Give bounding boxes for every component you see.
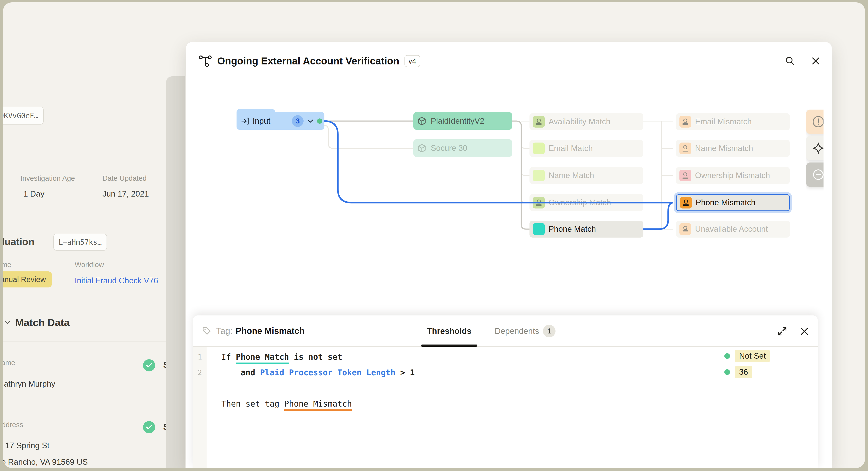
node-name-mismatch[interactable]: Name Mismatch [676,140,790,157]
outcome-label: me [3,260,11,269]
node-label: Name Mismatch [695,144,753,153]
node-email-mismatch[interactable]: Email Mismatch [676,113,790,130]
sparkle-icon[interactable] [806,136,824,160]
app-window: DKVvG0eF… Investigation Age 1 Day Date U… [3,2,865,468]
close-panel-icon[interactable] [799,326,810,337]
tag-color-swatch [533,143,545,154]
source-node-label: Socure 30 [431,144,467,153]
node-label: Availability Match [549,117,611,126]
value-status-dot [724,353,730,359]
node-label: Phone Match [549,224,596,234]
address-match-check-icon [143,421,155,433]
node-label: Email Match [549,144,593,153]
stamp-icon [533,116,545,128]
version-badge: v4 [404,55,420,67]
node-phone-match[interactable]: Phone Match [529,221,643,238]
node-unavailable-account[interactable]: Unavailable Account [676,221,790,238]
node-ownership-mismatch[interactable]: Ownership Mismatch [676,167,790,184]
minus-circle-icon[interactable] [806,162,824,187]
match-address-line2: o Rancho, VA 91569 US [3,458,88,467]
line-number: 2 [193,365,207,380]
stamp-icon [679,223,691,235]
package-icon [417,116,427,126]
workflow-link[interactable]: Initial Fraud Check V76 [75,276,158,285]
input-count-badge: 3 [292,115,304,127]
match-name-label: ame [3,358,15,367]
node-availability-match[interactable]: Availability Match [529,113,643,130]
value-status-dot [724,369,730,375]
field-ref-plaid-processor-token-length[interactable]: Plaid Processor Token Length [260,368,395,377]
node-label: Email Mismatch [695,117,752,126]
evaluation-id-chip[interactable]: L–aHm57ks… [53,234,107,251]
rule-line-1: If Phone Match is not set [221,349,415,365]
node-label: Ownership Mismatch [695,171,770,180]
close-modal-icon[interactable] [810,55,822,67]
modal-title: Ongoing External Account Verification [217,55,399,67]
threshold-editor[interactable]: 1 2 If Phone Match is not set and Plaid … [193,347,818,468]
value-badge: Not Set [735,350,770,362]
match-address-line1: 17 Spring St [5,441,50,450]
background-panel-edge [166,76,185,468]
name-match-check-icon [143,359,155,371]
tag-name: Phone Mismatch [236,326,305,336]
tag-icon [202,326,211,336]
modal-header: Ongoing External Account Verification v4 [186,42,832,80]
investigation-id: DKVvG0eF… [3,112,38,120]
node-phone-mismatch-selected[interactable]: Phone Mismatch [676,194,790,211]
source-node-socure30[interactable]: Socure 30 [413,139,512,157]
match-name-value: athryn Murphy [4,379,55,388]
stamp-icon [679,116,691,128]
node-name-match[interactable]: Name Match [529,167,643,184]
expand-panel-icon[interactable] [776,325,788,337]
tag-panel-header: Tag: Phone Mismatch Thresholds Dependent… [193,315,818,347]
rule-line-then: Then set tag Phone Mismatch [221,396,415,412]
node-ownership-match[interactable]: Ownership Match [529,194,643,211]
date-updated-label: Date Updated [102,174,147,183]
canvas-side-toolbar [806,109,824,231]
tag-detail-panel: Tag: Phone Mismatch Thresholds Dependent… [193,315,818,468]
tab-label: Thresholds [427,326,471,336]
value-badge: 36 [735,366,752,378]
tag-color-swatch [533,170,545,181]
package-icon [417,143,427,153]
node-label: Phone Mismatch [696,198,755,207]
active-tab-underline [421,345,477,347]
node-label: Ownership Match [549,198,611,207]
match-data-divider [3,342,166,342]
search-icon[interactable] [784,55,796,67]
match-data-collapse-chevron[interactable] [3,320,12,325]
evaluation-heading: luation [3,236,34,248]
tab-dependents[interactable]: Dependents 1 [490,315,560,347]
match-address-label: ddress [3,421,23,429]
rule-code[interactable]: If Phone Match is not set and Plaid Proc… [221,349,415,412]
chevron-down-icon[interactable] [307,119,314,123]
dependents-count-badge: 1 [543,325,556,337]
investigation-age-value: 1 Day [24,189,44,198]
input-icon [241,117,250,125]
value-row: Not Set [724,349,770,363]
stamp-icon [680,197,692,209]
alert-circle-icon[interactable] [806,109,824,134]
investigation-id-chip[interactable]: DKVvG0eF… [3,107,43,125]
tab-thresholds[interactable]: Thresholds [421,315,477,347]
stamp-icon [533,197,545,209]
evaluation-id: L–aHm57ks… [59,238,102,247]
source-node-plaididentityv2[interactable]: PlaidIdentityV2 [413,112,512,130]
node-email-match[interactable]: Email Match [529,140,643,157]
input-node[interactable]: Input 3 [237,112,324,130]
tag-label: Tag: [216,326,232,336]
node-label: Unavailable Account [695,224,768,234]
tag-ref-phone-mismatch[interactable]: Phone Mismatch [284,399,352,411]
value-row: 36 [724,365,752,379]
tab-label: Dependents [495,326,539,336]
workflow-icon [198,54,212,68]
date-updated-value: Jun 17, 2021 [102,189,149,198]
line-number: 1 [193,349,207,365]
values-divider [712,350,712,413]
source-node-label: PlaidIdentityV2 [431,117,484,126]
stamp-icon [679,143,691,154]
input-output-port [317,119,322,124]
investigation-age-label: Investigation Age [21,174,75,183]
line-number-gutter: 1 2 [193,347,207,468]
field-ref-phone-match[interactable]: Phone Match [236,352,289,364]
